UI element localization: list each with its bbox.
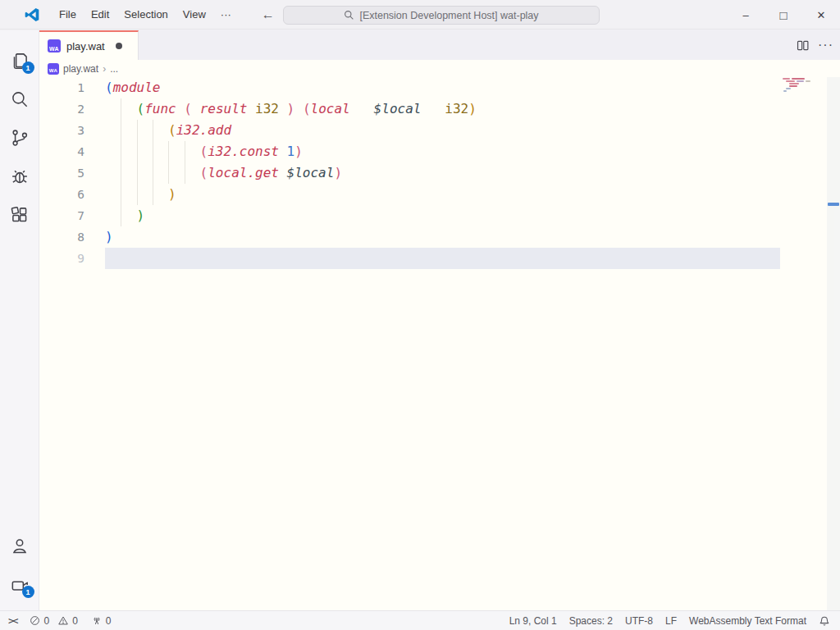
split-editor-icon[interactable] (796, 39, 810, 52)
line-number: 3 (39, 120, 105, 141)
error-count: 0 (43, 615, 49, 627)
line-number: 8 (39, 226, 105, 248)
notifications-bell[interactable] (819, 615, 830, 627)
remote-icon: >< (8, 615, 16, 627)
maximize-button[interactable]: □ (765, 0, 802, 30)
indentation[interactable]: Spaces: 2 (569, 615, 613, 627)
warning-icon (57, 615, 69, 626)
code-line[interactable]: 1(module (39, 77, 840, 98)
remote-indicator[interactable]: >< (8, 615, 16, 627)
breadcrumb-symbol[interactable]: ... (110, 63, 118, 75)
code-text: ) (105, 205, 780, 226)
ports-status[interactable]: 0 (91, 615, 112, 627)
history-back-icon[interactable]: ← (262, 7, 275, 22)
code-text: (i32.add (105, 120, 780, 141)
code-line[interactable]: 8) (39, 226, 840, 248)
minimap[interactable] (780, 77, 827, 610)
code-text: ) (105, 226, 780, 248)
problems-status[interactable]: 0 0 (30, 615, 77, 627)
accounts-icon[interactable] (0, 527, 39, 565)
menu-view[interactable]: View (176, 5, 213, 24)
menu-selection[interactable]: Selection (116, 5, 175, 24)
tab-play-wat[interactable]: WA play.wat (39, 30, 139, 60)
line-number: 6 (39, 184, 105, 205)
overview-ruler-mark (828, 203, 839, 206)
menu-more[interactable]: ··· (213, 5, 239, 24)
search-icon (344, 10, 354, 21)
eol-sequence[interactable]: LF (665, 615, 677, 627)
code-line[interactable]: 3 (i32.add (39, 120, 840, 141)
line-number: 4 (39, 141, 105, 162)
camera-badge: 1 (22, 586, 34, 598)
indent-guide (153, 120, 153, 205)
code-text: ) (105, 184, 780, 205)
unsaved-dot-icon[interactable] (116, 43, 122, 49)
indent-guide (121, 98, 121, 226)
title-bar: File Edit Selection View ··· ← → [Extens… (0, 0, 840, 30)
code-text: (func ( result i32 ) (local $local i32) (105, 98, 780, 120)
indent-guide (137, 120, 138, 205)
bell-icon (819, 615, 830, 627)
language-mode[interactable]: WebAssembly Text Format (689, 615, 806, 627)
code-line[interactable]: 4 (i32.const 1) (39, 141, 840, 162)
tab-strip: WA play.wat ··· (39, 30, 840, 60)
code-text (105, 248, 780, 269)
line-number: 5 (39, 162, 105, 184)
close-button[interactable]: ✕ (802, 0, 840, 30)
code-line[interactable]: 6 ) (39, 184, 840, 205)
breadcrumb-file[interactable]: play.wat (63, 63, 98, 75)
vscode-logo-icon (24, 7, 40, 23)
line-number: 2 (39, 98, 105, 120)
line-number: 9 (39, 248, 105, 269)
explorer-badge: 1 (22, 62, 34, 74)
screencast-camera-icon[interactable]: 1 (0, 565, 39, 604)
editor-pane: WA play.wat ··· WA play.wat › ... 1(modu… (39, 30, 840, 610)
status-bar: >< 0 0 0 Ln 9, Col 1 Spaces: 2 UTF-8 LF … (0, 610, 840, 630)
line-number: 7 (39, 205, 105, 226)
code-line[interactable]: 5 (local.get $local) (39, 162, 840, 184)
code-text: (local.get $local) (105, 162, 780, 184)
code-lines: 1(module2 (func ( result i32 ) (local $l… (39, 77, 840, 269)
activity-bar: 1 (0, 30, 39, 610)
menu-edit[interactable]: Edit (84, 5, 116, 24)
indent-guide (185, 141, 185, 184)
extensions-icon[interactable] (0, 195, 39, 234)
breadcrumb: WA play.wat › ... (39, 60, 840, 77)
tab-label: play.wat (66, 40, 105, 52)
encoding[interactable]: UTF-8 (625, 615, 653, 627)
window-title: [Extension Development Host] wat-play (359, 10, 538, 21)
ports-count: 0 (106, 615, 112, 627)
code-line[interactable]: 2 (func ( result i32 ) (local $local i32… (39, 98, 840, 120)
run-debug-icon[interactable] (0, 157, 39, 195)
code-line[interactable]: 9 (39, 248, 840, 269)
indent-guide (168, 141, 169, 184)
webassembly-file-icon: WA (48, 63, 59, 75)
minimize-button[interactable]: – (727, 0, 765, 30)
search-sidebar-icon[interactable] (0, 80, 39, 118)
editor-code[interactable]: 1(module2 (func ( result i32 ) (local $l… (39, 77, 840, 610)
line-number: 1 (39, 77, 105, 98)
command-center-search[interactable]: [Extension Development Host] wat-play (283, 6, 600, 25)
error-icon (30, 615, 40, 626)
webassembly-file-icon: WA (48, 39, 61, 52)
explorer-icon[interactable]: 1 (0, 41, 39, 80)
code-text: (i32.const 1) (105, 141, 780, 162)
menu-file[interactable]: File (52, 5, 84, 24)
code-text: (module (105, 77, 780, 98)
warning-count: 0 (72, 615, 78, 627)
cursor-position[interactable]: Ln 9, Col 1 (509, 615, 557, 627)
editor-more-actions-icon[interactable]: ··· (818, 38, 833, 52)
scrollbar[interactable] (827, 77, 840, 610)
source-control-icon[interactable] (0, 118, 39, 157)
code-line[interactable]: 7 ) (39, 205, 840, 226)
radio-tower-icon (91, 615, 103, 626)
chevron-right-icon: › (103, 63, 106, 75)
